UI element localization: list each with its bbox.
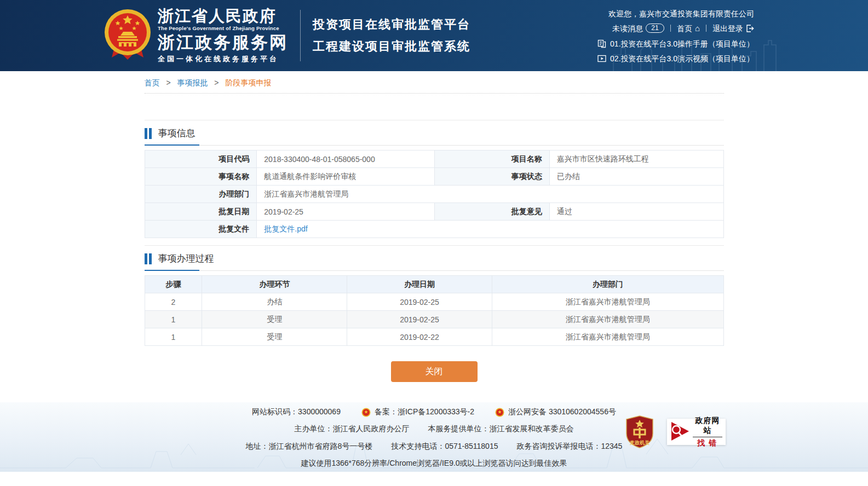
unread-messages-link[interactable]: 未读消息 21 bbox=[612, 23, 664, 34]
project-code-label: 项目代码 bbox=[145, 151, 257, 168]
item-status-value: 已办结 bbox=[549, 168, 723, 186]
logout-link-label: 退出登录 bbox=[712, 23, 743, 34]
security-record-text: 浙公网安备 33010602004556号 bbox=[508, 407, 616, 417]
section-title-text: 事项办理过程 bbox=[158, 252, 214, 265]
security-emblem-icon bbox=[495, 408, 504, 417]
approval-file-label: 批复文件 bbox=[145, 221, 257, 238]
organizer-text: 主办单位：浙江省人民政府办公厅 bbox=[295, 424, 410, 434]
approval-opinion-value: 通过 bbox=[549, 203, 723, 221]
welcome-text: 欢迎您，嘉兴市交通投资集团有限责任公司 bbox=[597, 8, 754, 19]
breadcrumb-home[interactable]: 首页 bbox=[145, 78, 160, 87]
project-name-value: 嘉兴市市区快速路环线工程 bbox=[549, 151, 723, 168]
item-info-section-title: 事项信息 bbox=[145, 120, 724, 146]
date-cell: 2019-02-22 bbox=[347, 328, 492, 346]
error-badge-action: 找错 bbox=[693, 437, 722, 448]
column-stage: 办理环节 bbox=[202, 276, 347, 293]
logout-icon bbox=[746, 25, 754, 32]
manual-doc-icon bbox=[597, 39, 606, 48]
stage-cell: 办结 bbox=[202, 293, 347, 311]
breadcrumb-separator: > bbox=[214, 78, 219, 87]
gov-name: 浙江省人民政府 bbox=[158, 7, 288, 25]
logout-link[interactable]: 退出登录 bbox=[712, 23, 754, 34]
header-user-area: 欢迎您，嘉兴市交通投资集团有限责任公司 未读消息 21 首页 ⌂ 退出登录 bbox=[597, 8, 754, 63]
find-error-magnifier-icon bbox=[669, 420, 690, 444]
site-id-text: 网站标识码：3300000069 bbox=[252, 407, 341, 417]
icp-record-text: 备案：浙ICP备12000333号-2 bbox=[375, 407, 474, 417]
home-icon: ⌂ bbox=[695, 23, 700, 34]
national-emblem-icon bbox=[104, 8, 151, 63]
title-bar-icon bbox=[145, 253, 147, 264]
website-error-report-badge[interactable]: 政府网站 找错 bbox=[667, 419, 726, 445]
video-play-icon bbox=[597, 55, 606, 62]
page-footer: 网站标识码：3300000069 备案：浙ICP备12000333号-2 浙公网… bbox=[0, 402, 868, 472]
provider-text: 本服务提供单位：浙江省发展和改革委员会 bbox=[428, 424, 574, 434]
item-name-label: 事项名称 bbox=[145, 168, 257, 186]
tech-phone-text: 技术支持电话：0571-85118015 bbox=[391, 442, 498, 452]
date-cell: 2019-02-25 bbox=[347, 311, 492, 328]
record-emblem-icon bbox=[361, 408, 371, 417]
divider bbox=[670, 25, 671, 32]
complaint-phone-text: 政务咨询投诉举报电话：12345 bbox=[516, 442, 622, 452]
error-badge-title: 政府网站 bbox=[693, 416, 722, 437]
project-name-label: 项目名称 bbox=[435, 151, 550, 168]
approval-date-value: 2019-02-25 bbox=[257, 203, 435, 221]
table-row: 1 受理 2019-02-25 浙江省嘉兴市港航管理局 bbox=[145, 311, 723, 328]
column-date: 办理日期 bbox=[347, 276, 492, 293]
title-bar-icon bbox=[145, 128, 147, 139]
stage-cell: 受理 bbox=[202, 311, 347, 328]
date-cell: 2019-02-25 bbox=[347, 293, 492, 311]
site-logo: 浙江省人民政府 The People's Government of Zheji… bbox=[104, 7, 288, 64]
main-content: 首页 > 事项报批 > 阶段事项申报 事项信息 项目代码 2018-330400… bbox=[145, 71, 724, 382]
address-text: 地址：浙江省杭州市省府路8号一号楼 bbox=[246, 442, 373, 452]
process-table: 步骤 办理环节 办理日期 办理部门 2 办结 2019-02-25 浙江省嘉兴市… bbox=[145, 275, 724, 346]
section-title-text: 事项信息 bbox=[158, 127, 196, 140]
home-link[interactable]: 首页 ⌂ bbox=[677, 23, 700, 34]
item-status-label: 事项状态 bbox=[435, 168, 550, 186]
footer-line-contact: 地址：浙江省杭州市省府路8号一号楼 技术支持电话：0571-85118015 政… bbox=[0, 442, 868, 452]
footer-line-credentials: 网站标识码：3300000069 备案：浙ICP备12000333号-2 浙公网… bbox=[0, 402, 868, 417]
step-cell: 1 bbox=[145, 311, 202, 328]
title-bar-icon bbox=[149, 128, 152, 139]
unread-count-badge[interactable]: 21 bbox=[646, 24, 664, 33]
page-header: 浙江省人民政府 The People's Government of Zheji… bbox=[0, 0, 868, 71]
process-section-title: 事项办理过程 bbox=[145, 246, 724, 271]
header-divider bbox=[300, 10, 301, 61]
item-info-table: 项目代码 2018-330400-48-01-058065-000 项目名称 嘉… bbox=[145, 150, 724, 238]
title-bar-icon bbox=[149, 253, 152, 264]
department-value: 浙江省嘉兴市港航管理局 bbox=[257, 186, 723, 203]
footer-line-organizer: 主办单位：浙江省人民政府办公厅 本服务提供单位：浙江省发展和改革委员会 bbox=[0, 424, 868, 434]
svg-text:党政机关: 党政机关 bbox=[629, 440, 650, 445]
department-cell: 浙江省嘉兴市港航管理局 bbox=[492, 311, 723, 328]
step-cell: 1 bbox=[145, 328, 202, 346]
process-section: 事项办理过程 步骤 办理环节 办理日期 办理部门 2 办结 2019-02-25… bbox=[145, 245, 724, 346]
department-cell: 浙江省嘉兴市港航管理局 bbox=[492, 328, 723, 346]
manual-link[interactable]: 01.投资在线平台3.0操作手册（项目单位） bbox=[610, 39, 754, 49]
table-row: 批复文件 批复文件.pdf bbox=[145, 221, 723, 238]
browser-tip-text: 建议使用1366*768分辨率/Chrome浏览器/IE9.0或以上浏览器访问达… bbox=[0, 459, 868, 468]
party-gov-badge[interactable]: 党政机关 bbox=[625, 415, 654, 450]
divider bbox=[706, 25, 706, 32]
breadcrumb-item-approval[interactable]: 事项报批 bbox=[177, 78, 208, 87]
system-title-line1: 投资项目在线审批监管平台 bbox=[313, 14, 470, 36]
table-row: 办理部门 浙江省嘉兴市港航管理局 bbox=[145, 186, 723, 203]
unread-label: 未读消息 bbox=[612, 23, 643, 34]
approval-file-link[interactable]: 批复文件.pdf bbox=[264, 224, 307, 233]
approval-date-label: 批复日期 bbox=[145, 203, 257, 221]
breadcrumb: 首页 > 事项报批 > 阶段事项申报 bbox=[145, 71, 724, 94]
table-row: 项目代码 2018-330400-48-01-058065-000 项目名称 嘉… bbox=[145, 151, 723, 168]
close-button[interactable]: 关闭 bbox=[391, 361, 478, 382]
portal-subtitle: 全国一体化在线政务服务平台 bbox=[158, 54, 288, 64]
table-row: 事项名称 航道通航条件影响评价审核 事项状态 已办结 bbox=[145, 168, 723, 186]
approval-opinion-label: 批复意见 bbox=[435, 203, 550, 221]
portal-name: 浙江政务服务网 bbox=[158, 33, 288, 53]
department-label: 办理部门 bbox=[145, 186, 257, 203]
video-link[interactable]: 02.投资在线平台3.0演示视频（项目单位） bbox=[610, 54, 754, 63]
system-title-line2: 工程建设项目审批监管系统 bbox=[313, 36, 470, 57]
gov-name-en: The People's Government of Zhejiang Prov… bbox=[158, 25, 288, 31]
step-cell: 2 bbox=[145, 293, 202, 311]
breadcrumb-current: 阶段事项申报 bbox=[225, 78, 271, 87]
table-row: 1 受理 2019-02-22 浙江省嘉兴市港航管理局 bbox=[145, 328, 723, 346]
department-cell: 浙江省嘉兴市港航管理局 bbox=[492, 293, 723, 311]
table-row: 批复日期 2019-02-25 批复意见 通过 bbox=[145, 203, 723, 221]
column-step: 步骤 bbox=[145, 276, 202, 293]
